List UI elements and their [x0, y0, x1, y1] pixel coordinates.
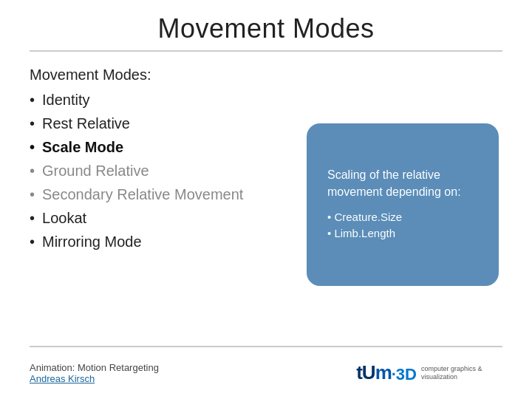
list-item-dimmed: • Secondary Relative Movement — [30, 184, 288, 205]
list-item-dimmed: • Ground Relative — [30, 160, 288, 181]
list-item-text: Secondary Relative Movement — [42, 184, 243, 205]
list-item: • Rest Relative — [30, 113, 288, 134]
list-item: • Mirroring Mode — [30, 231, 288, 252]
list-item: • Identity — [30, 89, 288, 110]
footer-course: Animation: Motion Retargeting — [30, 362, 159, 373]
list-item-text: Rest Relative — [42, 113, 130, 134]
left-panel: Movement Modes: • Identity • Rest Relati… — [30, 64, 288, 346]
bullet-list: • Identity • Rest Relative • Scale Mode … — [30, 89, 288, 255]
footer: Animation: Motion Retargeting Andreas Ki… — [30, 346, 502, 384]
list-item: • Lookat — [30, 208, 288, 228]
bullet-dot: • — [30, 89, 35, 110]
logo-tum-text: tUm — [356, 361, 392, 384]
bullet-dot: • — [30, 184, 35, 205]
footer-left: Animation: Motion Retargeting Andreas Ki… — [30, 362, 159, 384]
list-item-text: Ground Relative — [42, 160, 149, 181]
footer-logo: tUm ·3D computer graphics & visualizatio… — [356, 361, 502, 384]
bullet-dot: • — [30, 137, 35, 157]
list-item-text: Scale Mode — [42, 137, 123, 157]
bullet-dot: • — [30, 113, 35, 134]
info-box-title: Scaling of the relative movement dependi… — [327, 167, 478, 200]
list-item-text: Mirroring Mode — [42, 231, 141, 252]
slide-title: Movement Modes — [30, 13, 502, 44]
title-area: Movement Modes — [30, 0, 502, 52]
bullet-dot: • — [30, 208, 35, 228]
list-item-text: Identity — [42, 89, 89, 110]
footer-author-link[interactable]: Andreas Kirsch — [30, 373, 159, 384]
content-area: Movement Modes: • Identity • Rest Relati… — [30, 61, 502, 346]
right-panel: Scaling of the relative movement dependi… — [303, 64, 502, 346]
slide: Movement Modes Movement Modes: • Identit… — [0, 0, 532, 399]
list-item-bold: • Scale Mode — [30, 137, 288, 157]
info-box-bullet-list: Creature.Size Limb.Length — [327, 209, 478, 242]
info-box-bullet: Creature.Size — [327, 209, 478, 226]
info-box-bullet: Limb.Length — [327, 225, 478, 242]
modes-heading: Movement Modes: — [30, 66, 288, 83]
logo-3d-text: ·3D — [392, 365, 417, 384]
logo-subtitle: computer graphics & visualization — [421, 365, 502, 381]
info-box: Scaling of the relative movement dependi… — [307, 123, 499, 286]
list-item-text: Lookat — [42, 208, 86, 228]
bullet-dot: • — [30, 231, 35, 252]
bullet-dot: • — [30, 160, 35, 181]
